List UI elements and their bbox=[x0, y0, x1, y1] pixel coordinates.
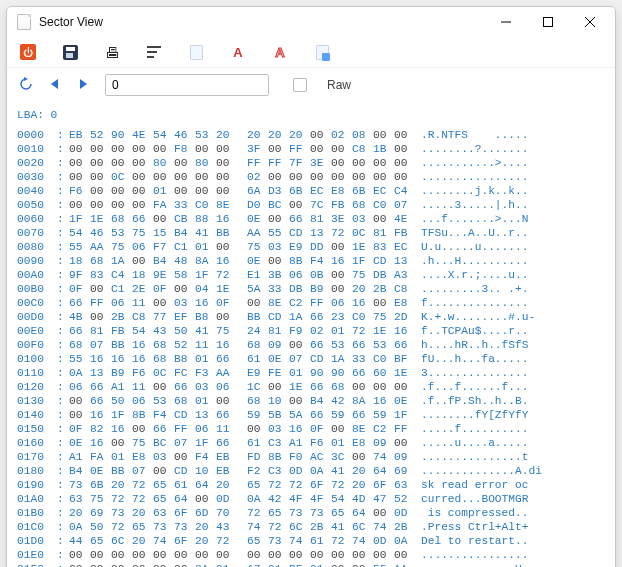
hex-cell[interactable]: C0 bbox=[373, 198, 394, 212]
hex-cell[interactable]: 54 bbox=[69, 226, 90, 240]
hex-cell[interactable]: 8B bbox=[289, 254, 310, 268]
hex-cell[interactable]: 00 bbox=[90, 156, 111, 170]
hex-cell[interactable]: 01 bbox=[331, 324, 352, 338]
hex-cell[interactable]: FB bbox=[394, 226, 415, 240]
hex-cell[interactable]: C3 bbox=[268, 464, 289, 478]
hex-cell[interactable]: 33 bbox=[268, 282, 289, 296]
hex-cell[interactable]: 80 bbox=[195, 156, 216, 170]
hex-cell[interactable]: 00 bbox=[174, 156, 195, 170]
hex-cell[interactable]: 06 bbox=[69, 380, 90, 394]
hex-cell[interactable]: 0F bbox=[216, 296, 237, 310]
hex-cell[interactable]: 6C bbox=[289, 520, 310, 534]
hex-cell[interactable]: 09 bbox=[268, 338, 289, 352]
hex-cell[interactable]: E8 bbox=[394, 296, 415, 310]
hex-cell[interactable]: 20 bbox=[352, 478, 373, 492]
hex-cell[interactable]: 72 bbox=[247, 506, 268, 520]
hex-cell[interactable]: 00 bbox=[216, 240, 237, 254]
hex-cell[interactable]: 74 bbox=[289, 534, 310, 548]
hex-cell[interactable]: 1F bbox=[111, 408, 132, 422]
hex-cell[interactable]: 46 bbox=[90, 226, 111, 240]
minimize-button[interactable] bbox=[485, 8, 527, 36]
hex-cell[interactable]: 65 bbox=[90, 534, 111, 548]
hex-cell[interactable]: 00 bbox=[247, 296, 268, 310]
hex-cell[interactable]: 2B bbox=[111, 310, 132, 324]
hex-cell[interactable]: C0 bbox=[373, 352, 394, 366]
hex-cell[interactable]: 00 bbox=[352, 450, 373, 464]
hex-cell[interactable]: F3 bbox=[195, 366, 216, 380]
hex-cell[interactable]: B4 bbox=[174, 226, 195, 240]
hex-cell[interactable]: 00 bbox=[174, 170, 195, 184]
hex-cell[interactable]: E1 bbox=[247, 268, 268, 282]
hex-cell[interactable]: 00 bbox=[394, 156, 415, 170]
hex-cell[interactable]: 00 bbox=[111, 548, 132, 562]
hex-cell[interactable]: 83 bbox=[90, 268, 111, 282]
hex-cell[interactable]: FC bbox=[174, 366, 195, 380]
hex-cell[interactable]: 2E bbox=[132, 282, 153, 296]
hex-cell[interactable]: E9 bbox=[247, 366, 268, 380]
hex-cell[interactable]: F7 bbox=[153, 240, 174, 254]
hex-cell[interactable]: A1 bbox=[111, 380, 132, 394]
hex-cell[interactable]: 66 bbox=[310, 380, 331, 394]
hex-cell[interactable]: 00 bbox=[373, 296, 394, 310]
hex-cell[interactable]: 68 bbox=[111, 212, 132, 226]
hex-cell[interactable]: 20 bbox=[132, 534, 153, 548]
hex-cell[interactable]: 68 bbox=[90, 254, 111, 268]
hex-cell[interactable]: 72 bbox=[111, 520, 132, 534]
hex-cell[interactable]: 6D bbox=[195, 506, 216, 520]
hex-cell[interactable]: F9 bbox=[289, 324, 310, 338]
hex-cell[interactable]: 47 bbox=[373, 492, 394, 506]
hex-cell[interactable]: AA bbox=[247, 226, 268, 240]
hex-cell[interactable]: 00 bbox=[310, 142, 331, 156]
hex-cell[interactable]: 0D bbox=[394, 506, 415, 520]
hex-cell[interactable]: 53 bbox=[153, 394, 174, 408]
refresh-button[interactable] bbox=[19, 77, 33, 94]
font-a-outline-button[interactable]: A bbox=[271, 43, 289, 61]
hex-cell[interactable]: 59 bbox=[331, 408, 352, 422]
hex-cell[interactable]: 5A bbox=[247, 282, 268, 296]
hex-cell[interactable]: 58 bbox=[174, 268, 195, 282]
hex-cell[interactable]: 00 bbox=[216, 184, 237, 198]
hex-cell[interactable]: 00 bbox=[394, 548, 415, 562]
hex-cell[interactable]: E8 bbox=[132, 450, 153, 464]
hex-cell[interactable]: 0D bbox=[289, 464, 310, 478]
hex-cell[interactable]: 8E bbox=[352, 422, 373, 436]
hex-cell[interactable]: 74 bbox=[352, 534, 373, 548]
hex-cell[interactable]: 0F bbox=[69, 422, 90, 436]
hex-cell[interactable]: B9 bbox=[111, 366, 132, 380]
hex-cell[interactable]: 0A bbox=[310, 464, 331, 478]
hex-cell[interactable]: 02 bbox=[331, 128, 352, 142]
hex-cell[interactable]: 50 bbox=[90, 520, 111, 534]
hex-cell[interactable]: 00 bbox=[268, 254, 289, 268]
hex-cell[interactable]: 75 bbox=[352, 268, 373, 282]
hex-cell[interactable]: 00 bbox=[195, 170, 216, 184]
close-button[interactable] bbox=[569, 8, 611, 36]
hex-cell[interactable]: D3 bbox=[268, 184, 289, 198]
hex-cell[interactable]: 1B bbox=[373, 142, 394, 156]
hex-cell[interactable]: 41 bbox=[195, 324, 216, 338]
hex-cell[interactable]: 23 bbox=[331, 310, 352, 324]
hex-cell[interactable]: 20 bbox=[352, 282, 373, 296]
hex-cell[interactable]: 1A bbox=[111, 254, 132, 268]
hex-cell[interactable]: 00 bbox=[331, 142, 352, 156]
hex-cell[interactable]: 1A bbox=[289, 310, 310, 324]
hex-cell[interactable]: 72 bbox=[268, 520, 289, 534]
hex-cell[interactable]: 48 bbox=[174, 254, 195, 268]
hex-cell[interactable]: 53 bbox=[373, 338, 394, 352]
hex-cell[interactable]: EC bbox=[373, 184, 394, 198]
hex-cell[interactable]: 16 bbox=[331, 254, 352, 268]
hex-cell[interactable]: DB bbox=[373, 268, 394, 282]
hex-cell[interactable]: 3E bbox=[310, 156, 331, 170]
hex-cell[interactable]: 00 bbox=[331, 268, 352, 282]
hex-cell[interactable]: 00 bbox=[310, 548, 331, 562]
hex-cell[interactable]: 68 bbox=[153, 352, 174, 366]
hex-cell[interactable]: 61 bbox=[247, 436, 268, 450]
hex-cell[interactable]: 15 bbox=[153, 226, 174, 240]
hex-cell[interactable]: 54 bbox=[331, 492, 352, 506]
hex-cell[interactable]: 0E bbox=[394, 394, 415, 408]
hex-cell[interactable]: 00 bbox=[289, 198, 310, 212]
hex-cell[interactable]: 4B bbox=[69, 310, 90, 324]
hex-cell[interactable]: 00 bbox=[331, 240, 352, 254]
save-button[interactable] bbox=[61, 43, 79, 61]
hex-cell[interactable]: DB bbox=[289, 282, 310, 296]
hex-cell[interactable]: 16 bbox=[90, 436, 111, 450]
